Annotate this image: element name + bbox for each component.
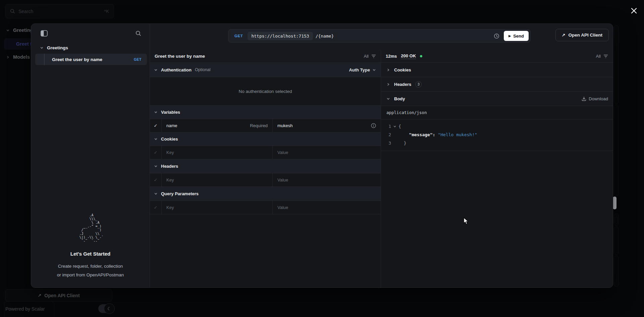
- request-panel: Greet the user by name All Authenticatio…: [150, 50, 381, 287]
- sidebar-panel-icon: [41, 30, 48, 37]
- client-topbar: GET https://localhost:7153 /{name} ▶ Sen…: [150, 24, 613, 50]
- mouse-cursor: [463, 217, 470, 226]
- auth-type-label: Auth Type: [349, 67, 370, 72]
- line-number: 3: [384, 141, 391, 146]
- row-enabled-checkbox[interactable]: ✓: [150, 201, 161, 214]
- client-sidebar-header: [31, 24, 150, 43]
- download-button[interactable]: Download: [582, 96, 608, 101]
- row-enabled-checkbox[interactable]: ✓: [150, 146, 161, 159]
- chevron-down-icon: [372, 68, 376, 72]
- get-started-title: Let's Get Started: [31, 251, 150, 257]
- arrow-up-right-icon: ↗: [562, 33, 566, 38]
- header-key-cell: [161, 173, 272, 187]
- response-section-body[interactable]: Body Download: [381, 92, 613, 106]
- send-label: Send: [513, 34, 524, 39]
- response-meta: 12ms 200 OK: [386, 53, 422, 59]
- sidebar-toggle-button[interactable]: [40, 29, 48, 37]
- variable-value-cell: [272, 119, 381, 132]
- response-panel: 12ms 200 OK All Cookies: [381, 50, 613, 287]
- history-button[interactable]: [492, 31, 501, 41]
- request-filter[interactable]: All: [364, 54, 376, 59]
- section-headers[interactable]: Headers: [150, 159, 381, 173]
- line-number: 1: [384, 124, 391, 129]
- cookie-value-input[interactable]: [277, 150, 376, 155]
- section-title: Cookies: [394, 67, 411, 72]
- section-title: Headers: [394, 82, 411, 87]
- get-started-line2: or import from OpenAPI/Postman: [31, 271, 150, 279]
- variable-key: name: [166, 123, 247, 128]
- background-scrollbar-thumb: [613, 197, 616, 209]
- sidebar-spacer: [31, 65, 150, 213]
- response-section-headers[interactable]: Headers 3: [381, 77, 613, 92]
- client-main: GET https://localhost:7153 /{name} ▶ Sen…: [150, 24, 613, 287]
- header-value-input[interactable]: [277, 177, 376, 182]
- code-token-string: "Hello mukesh!": [438, 132, 477, 137]
- close-button[interactable]: [629, 5, 639, 16]
- optional-badge: Optional: [195, 67, 211, 72]
- request-panel-header: Greet the user by name All: [150, 50, 381, 63]
- send-button[interactable]: ▶ Send: [504, 31, 529, 41]
- chevron-down-icon: [154, 110, 158, 114]
- auth-empty-state: No authentication selected: [150, 77, 381, 106]
- history-clock-icon: [494, 33, 499, 39]
- chevron-down-icon: [393, 125, 396, 128]
- variable-key-cell[interactable]: name Required: [161, 119, 272, 132]
- section-title: Variables: [161, 110, 180, 115]
- sidebar-search-button[interactable]: [134, 29, 142, 37]
- collection-group-greetings[interactable]: Greetings: [31, 43, 150, 54]
- client-sidebar: Greetings Greet the user by name GET .A …: [31, 24, 150, 287]
- header-key-input[interactable]: [166, 177, 268, 182]
- method-badge: GET: [134, 57, 142, 61]
- indent-guide: [44, 54, 45, 65]
- headers-count-badge: 3: [415, 81, 422, 88]
- response-panel-header: 12ms 200 OK All: [381, 50, 613, 63]
- get-started-text: Create request, folder, collection or im…: [31, 262, 150, 279]
- section-title: Query Parameters: [161, 191, 199, 196]
- fold-toggle[interactable]: [391, 125, 398, 128]
- api-client-modal: Greetings Greet the user by name GET .A …: [31, 23, 613, 288]
- code-indent: [398, 141, 404, 146]
- row-enabled-checkbox[interactable]: ✓: [150, 173, 161, 187]
- response-filter[interactable]: All: [596, 54, 608, 59]
- filter-icon: [603, 54, 608, 58]
- response-body-code: 1 { 2 "message": "Hello mukesh!" 3: [381, 119, 613, 151]
- request-item-greet-user[interactable]: Greet the user by name GET: [35, 54, 147, 65]
- request-title: Greet the user by name: [155, 54, 205, 59]
- get-started-line1: Create request, folder, collection: [31, 262, 150, 271]
- chevron-right-icon: [386, 83, 390, 86]
- address-bar[interactable]: GET https://localhost:7153 /{name} ▶ Sen…: [228, 29, 531, 43]
- code-line: 1 {: [381, 122, 613, 130]
- status-ok-dot: [420, 55, 422, 57]
- auth-type-dropdown[interactable]: Auth Type: [349, 67, 376, 72]
- cookie-key-input[interactable]: [166, 150, 268, 155]
- response-section-cookies[interactable]: Cookies: [381, 63, 613, 77]
- request-label: Greet the user by name: [52, 57, 134, 62]
- method-select[interactable]: GET: [234, 34, 243, 38]
- section-title: Cookies: [161, 137, 178, 142]
- chevron-down-icon: [40, 46, 44, 50]
- code-indent: [398, 132, 409, 137]
- variable-row-name: ✓ name Required: [150, 119, 381, 133]
- base-url-chip[interactable]: https://localhost:7153: [248, 32, 313, 40]
- query-value-input[interactable]: [277, 205, 376, 210]
- query-key-input[interactable]: [166, 205, 268, 210]
- variable-value-input[interactable]: [277, 123, 368, 128]
- chevron-down-icon: [154, 68, 158, 72]
- path-segment[interactable]: /{name}: [316, 34, 492, 39]
- row-enabled-checkbox[interactable]: ✓: [150, 119, 161, 132]
- search-icon: [136, 31, 141, 36]
- section-authentication[interactable]: Authentication Optional Auth Type: [150, 63, 381, 77]
- filter-label: All: [364, 54, 369, 59]
- section-variables[interactable]: Variables: [150, 106, 381, 119]
- header-row-empty: ✓: [150, 173, 381, 187]
- chevron-right-icon: [386, 68, 390, 72]
- open-api-client-button[interactable]: ↗ Open API Client: [555, 29, 609, 41]
- chevron-down-icon: [154, 137, 158, 141]
- response-status[interactable]: 200 OK: [401, 53, 416, 59]
- code-line: 2 "message": "Hello mukesh!": [381, 130, 613, 139]
- cookie-row-empty: ✓: [150, 146, 381, 159]
- header-value-cell: [272, 173, 381, 187]
- section-query-parameters[interactable]: Query Parameters: [150, 187, 381, 201]
- section-cookies[interactable]: Cookies: [150, 133, 381, 146]
- code-token: }: [404, 141, 407, 146]
